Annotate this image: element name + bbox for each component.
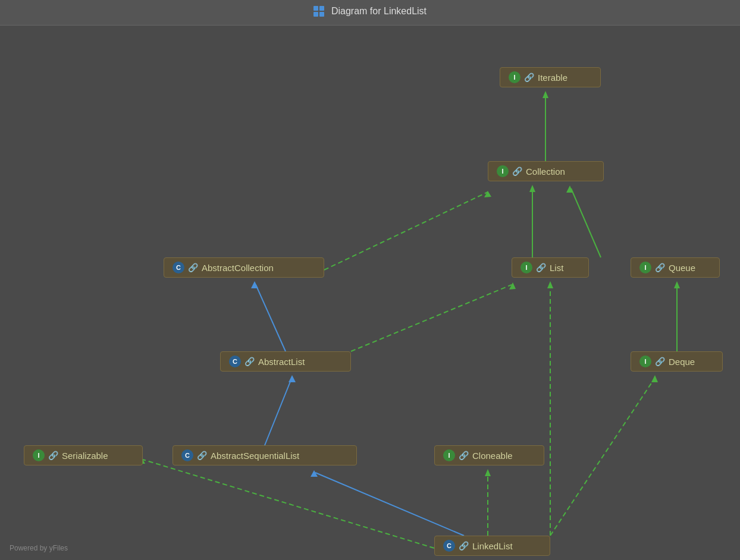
link-icon-abstractcollection: 🔗 — [188, 263, 198, 272]
svg-marker-25 — [485, 469, 491, 476]
label-abstractlist: AbstractList — [258, 357, 305, 367]
svg-line-28 — [550, 379, 654, 536]
node-serializable[interactable]: I 🔗 Serializable — [24, 445, 143, 465]
svg-marker-13 — [251, 281, 258, 288]
node-queue[interactable]: I 🔗 Queue — [631, 257, 720, 278]
label-collection: Collection — [526, 166, 565, 177]
svg-marker-9 — [529, 185, 535, 192]
badge-collection: I — [497, 165, 509, 177]
node-iterable[interactable]: I 🔗 Iterable — [500, 67, 601, 87]
title-bar: Diagram for LinkedList — [0, 0, 740, 26]
link-icon-queue: 🔗 — [655, 263, 665, 272]
badge-iterable: I — [509, 71, 520, 83]
diagram-icon — [313, 6, 327, 17]
label-abstractcollection: AbstractCollection — [202, 263, 274, 273]
svg-marker-7 — [484, 191, 491, 197]
node-linkedlist[interactable]: C 🔗 LinkedList — [434, 536, 550, 556]
label-iterable: Iterable — [538, 73, 567, 83]
svg-marker-11 — [566, 185, 573, 193]
svg-marker-23 — [311, 470, 318, 477]
svg-marker-29 — [651, 375, 658, 382]
svg-rect-1 — [319, 6, 324, 11]
svg-rect-2 — [313, 12, 318, 17]
badge-list: I — [520, 262, 532, 273]
badge-linkedlist: C — [443, 540, 455, 552]
label-abstractsequentiallist: AbstractSequentialList — [211, 451, 299, 461]
badge-serializable: I — [33, 449, 45, 461]
svg-marker-17 — [289, 375, 296, 382]
svg-line-10 — [571, 188, 601, 257]
svg-line-22 — [315, 473, 464, 536]
label-list: List — [550, 263, 563, 273]
svg-marker-27 — [547, 281, 553, 288]
link-icon-serializable: 🔗 — [48, 451, 58, 460]
svg-line-12 — [256, 285, 286, 351]
diagram-area: I 🔗 Iterable I 🔗 Collection I 🔗 List I 🔗… — [0, 26, 740, 559]
node-abstractsequentiallist[interactable]: C 🔗 AbstractSequentialList — [173, 445, 357, 465]
node-abstractcollection[interactable]: C 🔗 AbstractCollection — [164, 257, 324, 278]
svg-line-14 — [351, 285, 512, 351]
badge-abstractsequentiallist: C — [181, 449, 193, 461]
footer: Powered by yFiles — [10, 544, 68, 552]
svg-marker-19 — [674, 281, 680, 288]
link-icon-linkedlist: 🔗 — [459, 541, 469, 550]
link-icon-abstractsequentiallist: 🔗 — [197, 451, 207, 460]
link-icon-collection: 🔗 — [512, 166, 522, 176]
svg-line-6 — [324, 192, 488, 270]
arrows-svg — [0, 26, 740, 559]
badge-abstractcollection: C — [173, 262, 184, 273]
node-deque[interactable]: I 🔗 Deque — [631, 351, 723, 372]
label-cloneable: Cloneable — [472, 451, 513, 461]
node-collection[interactable]: I 🔗 Collection — [488, 161, 604, 181]
badge-queue: I — [639, 262, 651, 273]
label-linkedlist: LinkedList — [472, 541, 513, 551]
label-queue: Queue — [669, 263, 695, 273]
svg-marker-5 — [543, 91, 548, 98]
link-icon-cloneable: 🔗 — [459, 451, 469, 460]
link-icon-iterable: 🔗 — [524, 73, 534, 82]
link-icon-deque: 🔗 — [655, 357, 665, 366]
link-icon-list: 🔗 — [536, 263, 546, 272]
page-title: Diagram for LinkedList — [331, 6, 427, 17]
label-serializable: Serializable — [62, 451, 108, 461]
svg-line-16 — [265, 379, 291, 445]
node-abstractlist[interactable]: C 🔗 AbstractList — [220, 351, 351, 372]
svg-line-20 — [143, 460, 434, 548]
svg-rect-0 — [313, 6, 318, 11]
svg-rect-3 — [319, 12, 324, 17]
node-list[interactable]: I 🔗 List — [512, 257, 589, 278]
svg-marker-15 — [509, 282, 516, 290]
badge-cloneable: I — [443, 449, 455, 461]
link-icon-abstractlist: 🔗 — [244, 357, 255, 366]
badge-abstractlist: C — [229, 355, 241, 367]
label-deque: Deque — [669, 357, 695, 367]
node-cloneable[interactable]: I 🔗 Cloneable — [434, 445, 544, 465]
badge-deque: I — [639, 355, 651, 367]
